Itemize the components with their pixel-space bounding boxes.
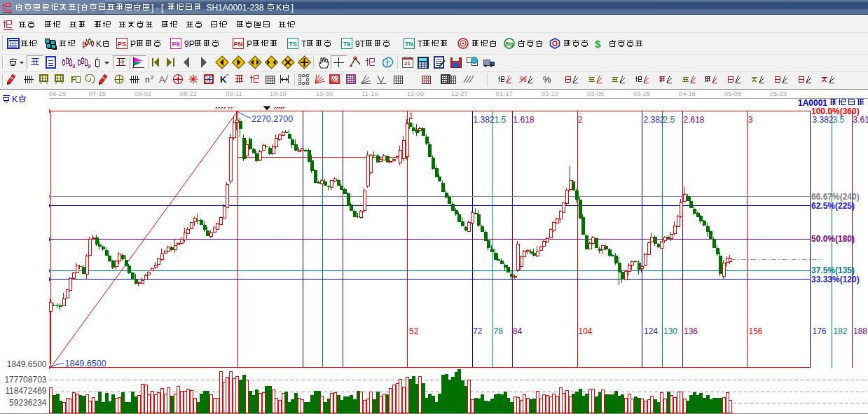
svg-text:72: 72 [473, 326, 483, 336]
svg-text:02-13: 02-13 [542, 90, 558, 97]
svg-text:182: 182 [834, 326, 848, 336]
svg-text:05-05: 05-05 [724, 90, 741, 97]
svg-text:]: ] [291, 3, 294, 13]
svg-text:1849.6500: 1849.6500 [65, 359, 106, 368]
svg-text:K: K [96, 39, 102, 49]
svg-text:84: 84 [513, 326, 523, 336]
svg-text:01-17: 01-17 [496, 90, 513, 97]
svg-text:07-15: 07-15 [89, 90, 106, 97]
svg-text:1.382: 1.382 [474, 115, 495, 125]
svg-text:156: 156 [749, 326, 763, 336]
svg-text:2.5: 2.5 [663, 115, 675, 125]
svg-text:P: P [247, 39, 252, 49]
svg-text:2: 2 [578, 115, 583, 125]
svg-text:2270.2700: 2270.2700 [252, 114, 293, 124]
svg-text:130: 130 [663, 326, 677, 336]
svg-text:37.5%(135): 37.5%(135) [811, 265, 855, 275]
svg-text:Big: Big [505, 41, 513, 47]
svg-text:10-10: 10-10 [270, 90, 287, 97]
svg-text:P9: P9 [172, 41, 179, 48]
svg-text:04-15: 04-15 [679, 90, 696, 97]
svg-text:33.33%(120): 33.33%(120) [811, 275, 860, 284]
svg-text:9P: 9P [184, 39, 195, 49]
svg-text:] - [: ] - [ [151, 3, 164, 13]
svg-text:9: 9 [88, 63, 91, 69]
svg-text:$: $ [595, 38, 601, 50]
svg-text:177708703: 177708703 [4, 375, 46, 385]
svg-text:62.5%(225): 62.5%(225) [811, 201, 855, 211]
svg-text:3: 3 [748, 115, 753, 125]
svg-text:9T: 9T [355, 39, 366, 49]
svg-text:TS: TS [289, 41, 297, 48]
svg-text:118472469: 118472469 [5, 386, 47, 396]
svg-text:06-25: 06-25 [49, 90, 66, 97]
svg-text:1849.6500: 1849.6500 [7, 359, 47, 369]
svg-text:12-27: 12-27 [451, 90, 468, 97]
svg-text:03-05: 03-05 [587, 90, 604, 97]
svg-text:3.382: 3.382 [813, 115, 834, 125]
svg-text:1.5: 1.5 [495, 115, 507, 125]
svg-text:A: A [159, 74, 165, 85]
svg-text:1.618: 1.618 [514, 115, 535, 125]
svg-text:52: 52 [409, 326, 419, 336]
svg-text:F: F [71, 75, 76, 85]
svg-text:10-30: 10-30 [316, 90, 333, 97]
svg-text:50.0%(180): 50.0%(180) [811, 234, 855, 244]
svg-text:59236234: 59236234 [9, 398, 47, 408]
svg-text:11-19: 11-19 [361, 90, 378, 97]
svg-text:188: 188 [853, 326, 867, 336]
svg-text:78: 78 [494, 326, 504, 336]
svg-text:3: 3 [72, 63, 76, 69]
svg-text:12-09: 12-09 [407, 90, 424, 97]
svg-text:%: % [543, 74, 551, 85]
svg-text:SH1A0001-238: SH1A0001-238 [206, 3, 263, 13]
svg-text:PN: PN [234, 41, 243, 48]
svg-text:T: T [418, 39, 423, 49]
svg-text:K: K [276, 3, 282, 13]
svg-text:09-11: 09-11 [226, 90, 242, 97]
svg-text:08-22: 08-22 [180, 90, 197, 97]
svg-text:05-23: 05-23 [770, 90, 787, 97]
svg-text:P: P [130, 39, 136, 49]
svg-text:TN: TN [405, 41, 413, 48]
svg-text:104: 104 [579, 326, 593, 336]
svg-text:03-25: 03-25 [633, 90, 650, 97]
svg-text:136: 136 [684, 326, 698, 336]
svg-text:2: 2 [151, 74, 154, 81]
svg-text:3.5: 3.5 [833, 115, 845, 125]
svg-text:2.382: 2.382 [644, 115, 665, 125]
svg-text:T: T [301, 39, 307, 49]
svg-text:124: 124 [644, 326, 658, 336]
svg-text:": " [226, 73, 228, 80]
svg-text:08-02: 08-02 [135, 90, 151, 97]
svg-text:66.67%(240): 66.67%(240) [811, 192, 860, 202]
svg-text:176: 176 [813, 326, 827, 336]
svg-text:T9: T9 [343, 41, 351, 48]
svg-text:K: K [12, 95, 18, 104]
svg-text:PS: PS [118, 41, 126, 48]
svg-text:n: n [145, 75, 150, 85]
svg-text:2.618: 2.618 [684, 115, 705, 125]
svg-text:21: 21 [404, 60, 411, 67]
svg-text:3.618: 3.618 [853, 115, 868, 125]
